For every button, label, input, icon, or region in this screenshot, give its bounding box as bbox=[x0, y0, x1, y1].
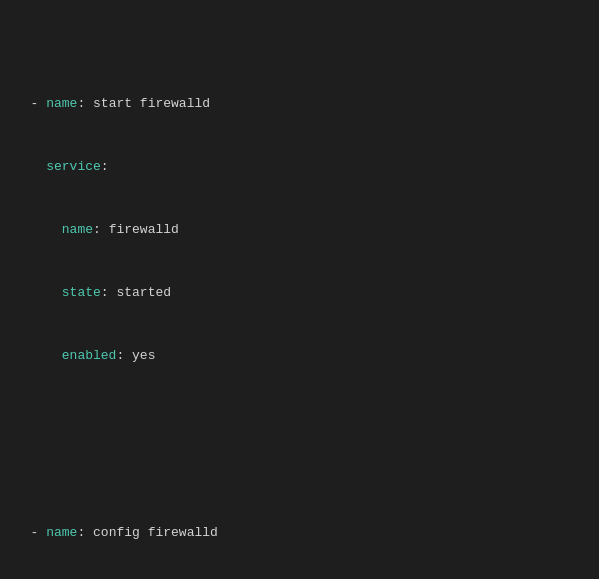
key-state-1: state bbox=[62, 282, 101, 303]
val-yes-1: yes bbox=[132, 345, 155, 366]
line-6: - name : config firewalld bbox=[15, 522, 584, 543]
key-name-2: name bbox=[62, 219, 93, 240]
val-config-firewalld: config firewalld bbox=[93, 522, 218, 543]
line-3: name : firewalld bbox=[15, 219, 584, 240]
val-started: started bbox=[116, 282, 171, 303]
line-1: - name : start firewalld bbox=[15, 93, 584, 114]
line-2: service : bbox=[15, 156, 584, 177]
code-container: - name : start firewalld service : name … bbox=[15, 10, 584, 579]
key-name-1: name bbox=[46, 93, 77, 114]
val-firewalld: firewalld bbox=[109, 219, 179, 240]
dash-1: - bbox=[15, 93, 46, 114]
key-enabled: enabled bbox=[62, 345, 117, 366]
line-4: state : started bbox=[15, 282, 584, 303]
key-service-1: service bbox=[46, 156, 101, 177]
val-name-1: start firewalld bbox=[93, 93, 210, 114]
line-5: enabled : yes bbox=[15, 345, 584, 366]
key-name-3: name bbox=[46, 522, 77, 543]
